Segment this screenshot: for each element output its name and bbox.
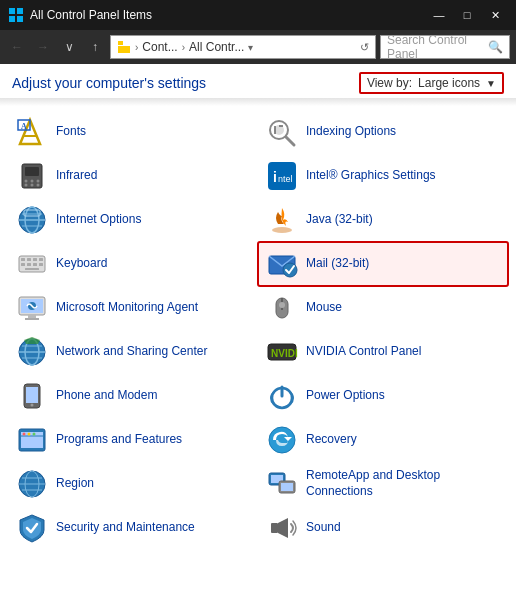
control-item-internet[interactable]: Internet Options xyxy=(8,198,258,242)
svg-rect-35 xyxy=(27,258,31,261)
intel-icon: i ntel xyxy=(266,160,298,192)
recovery-icon xyxy=(266,424,298,456)
mail-label: Mail (32-bit) xyxy=(306,256,369,272)
svg-rect-40 xyxy=(33,263,37,266)
svg-line-12 xyxy=(286,137,294,145)
svg-text:NVIDIA: NVIDIA xyxy=(271,348,298,359)
title-bar: All Control Panel Items — □ ✕ xyxy=(0,0,516,30)
svg-text:A: A xyxy=(21,122,27,131)
control-item-phone[interactable]: Phone and Modem xyxy=(8,374,258,418)
java-label: Java (32-bit) xyxy=(306,212,373,228)
up-button[interactable]: ↑ xyxy=(84,36,106,58)
svg-point-17 xyxy=(25,180,28,183)
svg-rect-4 xyxy=(118,41,123,45)
content-header: Adjust your computer's settings View by:… xyxy=(0,64,516,98)
control-item-sound[interactable]: Sound xyxy=(258,506,508,550)
control-item-nvidia[interactable]: NVIDIA NVIDIA Control Panel xyxy=(258,330,508,374)
main-content: Adjust your computer's settings View by:… xyxy=(0,64,516,597)
svg-rect-36 xyxy=(33,258,37,261)
window-title: All Control Panel Items xyxy=(30,8,426,22)
control-item-java[interactable]: Java (32-bit) xyxy=(258,198,508,242)
path-dropdown-arrow: ▾ xyxy=(248,42,253,53)
phone-icon xyxy=(16,380,48,412)
control-item-remote[interactable]: RemoteApp and Desktop Connections xyxy=(258,462,508,506)
svg-rect-41 xyxy=(39,263,43,266)
svg-rect-62 xyxy=(26,387,38,403)
control-item-intel[interactable]: i ntel Intel® Graphics Settings xyxy=(258,154,508,198)
control-item-recovery[interactable]: Recovery xyxy=(258,418,508,462)
control-item-mail[interactable]: Mail (32-bit) xyxy=(258,242,508,286)
view-by-selector[interactable]: View by: Large icons ▼ xyxy=(359,72,504,94)
indexing-icon xyxy=(266,116,298,148)
control-item-fonts[interactable]: A Fonts xyxy=(8,110,258,154)
internet-icon xyxy=(16,204,48,236)
svg-point-21 xyxy=(31,184,34,187)
svg-rect-0 xyxy=(9,8,15,14)
control-item-keyboard[interactable]: Keyboard xyxy=(8,242,258,286)
indexing-label: Indexing Options xyxy=(306,124,396,140)
svg-marker-58 xyxy=(24,337,40,344)
svg-rect-34 xyxy=(21,258,25,261)
search-icon: 🔍 xyxy=(488,40,503,54)
back-button[interactable]: ← xyxy=(6,36,28,58)
svg-point-71 xyxy=(33,433,36,436)
svg-point-32 xyxy=(272,227,292,233)
control-item-programs[interactable]: Programs and Features xyxy=(8,418,258,462)
control-item-security[interactable]: Security and Maintenance xyxy=(8,506,258,550)
programs-icon xyxy=(16,424,48,456)
svg-point-52 xyxy=(279,302,285,308)
search-box[interactable]: Search Control Panel 🔍 xyxy=(380,35,510,59)
control-item-network[interactable]: Network and Sharing Center xyxy=(8,330,258,374)
nvidia-icon: NVIDIA xyxy=(266,336,298,368)
control-item-indexing[interactable]: Indexing Options xyxy=(258,110,508,154)
svg-point-18 xyxy=(31,180,34,183)
nvidia-label: NVIDIA Control Panel xyxy=(306,344,421,360)
path-arrow-2: › xyxy=(182,42,185,53)
power-label: Power Options xyxy=(306,388,385,404)
remote-label: RemoteApp and Desktop Connections xyxy=(306,468,500,499)
svg-rect-42 xyxy=(25,268,39,270)
phone-label: Phone and Modem xyxy=(56,388,157,404)
minimize-button[interactable]: — xyxy=(426,5,452,25)
restore-button[interactable]: □ xyxy=(454,5,480,25)
svg-rect-5 xyxy=(118,46,130,53)
control-item-mouse[interactable]: Mouse xyxy=(258,286,508,330)
security-icon xyxy=(16,512,48,544)
sound-icon xyxy=(266,512,298,544)
control-item-power[interactable]: Power Options xyxy=(258,374,508,418)
items-container[interactable]: A Fonts Indexing Options Infrared i ntel… xyxy=(0,106,516,597)
address-bar: ← → ∨ ↑ › Cont... › All Contr... ▾ ↺ Sea… xyxy=(0,30,516,64)
control-item-region[interactable]: Region xyxy=(8,462,258,506)
view-by-label: View by: xyxy=(367,76,412,90)
mouse-label: Mouse xyxy=(306,300,342,316)
recovery-label: Recovery xyxy=(306,432,357,448)
view-dropdown-arrow: ▼ xyxy=(486,78,496,89)
control-item-monitoring[interactable]: Microsoft Monitoring Agent xyxy=(8,286,258,330)
remote-icon xyxy=(266,468,298,500)
svg-rect-16 xyxy=(25,167,39,176)
infrared-icon xyxy=(16,160,48,192)
path-segment-2: All Contr... xyxy=(189,40,244,54)
internet-label: Internet Options xyxy=(56,212,141,228)
window-icon xyxy=(8,7,24,23)
fonts-label: Fonts xyxy=(56,124,86,140)
fonts-icon: A xyxy=(16,116,48,148)
monitoring-icon xyxy=(16,292,48,324)
java-icon xyxy=(266,204,298,236)
control-item-infrared[interactable]: Infrared xyxy=(8,154,258,198)
dropdown-button[interactable]: ∨ xyxy=(58,36,80,58)
path-segment-1: Cont... xyxy=(142,40,177,54)
refresh-button[interactable]: ↺ xyxy=(360,41,369,54)
svg-point-70 xyxy=(28,433,31,436)
region-label: Region xyxy=(56,476,94,492)
security-label: Security and Maintenance xyxy=(56,520,195,536)
svg-rect-38 xyxy=(21,263,25,266)
svg-rect-81 xyxy=(281,483,293,491)
close-button[interactable]: ✕ xyxy=(482,5,508,25)
svg-text:i: i xyxy=(273,169,277,185)
address-path[interactable]: › Cont... › All Contr... ▾ ↺ xyxy=(110,35,376,59)
svg-rect-37 xyxy=(39,258,43,261)
forward-button[interactable]: → xyxy=(32,36,54,58)
mail-icon xyxy=(266,248,298,280)
path-arrow-1: › xyxy=(135,42,138,53)
